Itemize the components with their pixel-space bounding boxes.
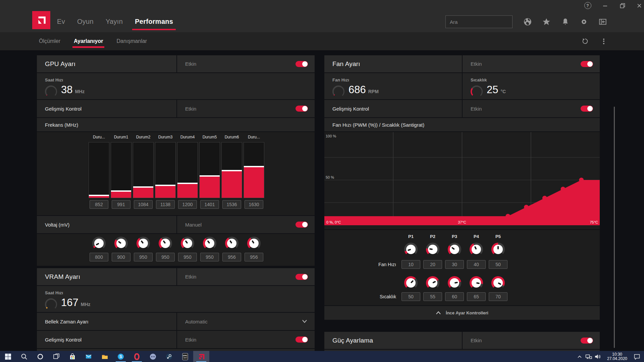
subnav-tab-danışmanlar[interactable]: Danışmanlar <box>116 32 147 50</box>
action-center-button[interactable] <box>632 351 641 362</box>
gpu-state-bar[interactable] <box>133 142 154 198</box>
favorites-button[interactable] <box>541 17 551 27</box>
gpu-state-bar[interactable] <box>244 142 264 198</box>
gpu-state-bar[interactable] <box>199 142 220 198</box>
gpu-state-mhz-field[interactable]: 852 <box>90 200 108 209</box>
more-options-button[interactable] <box>598 32 610 50</box>
taskbar-discord-button[interactable] <box>145 351 161 362</box>
gpu-state-mhz-field[interactable]: 1084 <box>134 200 153 209</box>
taskbar-cortana-button[interactable] <box>32 351 48 362</box>
gpu-state-mhz-field[interactable]: 1630 <box>245 200 263 209</box>
voltage-value-field[interactable]: 956 <box>222 253 241 261</box>
search-box[interactable] <box>445 15 513 28</box>
fan-curve-point[interactable] <box>542 196 547 200</box>
voltage-value-field[interactable]: 950 <box>178 253 197 261</box>
vram-advanced-toggle[interactable] <box>296 337 308 343</box>
search-input[interactable] <box>446 19 519 25</box>
fan-curve-point[interactable] <box>579 178 584 182</box>
voltage-knob[interactable] <box>203 237 216 250</box>
subnav-tab-ölçümler[interactable]: Ölçümler <box>39 32 60 50</box>
gpu-state-bar[interactable] <box>155 142 176 198</box>
fan-curve-chart[interactable]: 100 %50 %0 %, 0°C37°C75°C <box>324 132 600 229</box>
voltage-value-field[interactable]: 950 <box>134 253 153 261</box>
reset-to-defaults-button[interactable] <box>579 32 591 50</box>
taskbar-steam-button[interactable] <box>161 351 177 362</box>
taskbar-start-button[interactable] <box>0 351 16 362</box>
fan-enabled-toggle[interactable] <box>581 61 593 67</box>
temperature-field[interactable]: 55 <box>423 292 442 301</box>
voltage-value-field[interactable]: 800 <box>90 253 108 261</box>
taskbar-opera-button[interactable] <box>129 351 145 362</box>
fan-speed-knob[interactable] <box>470 243 483 256</box>
fan-speed-field[interactable]: 10 <box>401 260 420 269</box>
vram-enabled-toggle[interactable] <box>296 274 308 280</box>
voltage-value-field[interactable]: 900 <box>112 253 130 261</box>
fine-tuning-collapse-row[interactable]: İnce Ayar Kontrolleri <box>324 306 600 320</box>
voltage-knob[interactable] <box>247 237 261 250</box>
vram-timing-dropdown[interactable]: Automatic <box>177 313 315 330</box>
gpu-state-mhz-field[interactable]: 1200 <box>178 200 197 209</box>
fan-speed-field[interactable]: 30 <box>445 260 464 269</box>
web-browser-button[interactable] <box>523 17 533 27</box>
fan-advanced-toggle[interactable] <box>581 106 593 112</box>
fan-speed-field[interactable]: 20 <box>423 260 442 269</box>
collapse-panel-button[interactable] <box>598 17 608 27</box>
gpu-state-bar[interactable] <box>89 142 109 198</box>
temperature-field[interactable]: 60 <box>445 292 464 301</box>
temperature-knob[interactable] <box>448 276 461 290</box>
hidden-icons-button[interactable] <box>575 351 584 362</box>
temperature-knob[interactable] <box>426 276 439 290</box>
help-button[interactable]: ? <box>581 0 594 11</box>
fan-curve-point[interactable] <box>561 187 566 191</box>
subnav-tab-ayarlanıyor[interactable]: Ayarlanıyor <box>74 32 103 50</box>
close-button[interactable] <box>633 0 644 11</box>
taskbar-radeon-software-button[interactable] <box>193 351 209 362</box>
voltage-value-field[interactable]: 956 <box>245 253 263 261</box>
nav-tab-ev[interactable]: Ev <box>57 11 65 32</box>
temperature-knob[interactable] <box>404 276 418 290</box>
taskbar-mail-button[interactable] <box>80 351 97 362</box>
voltage-value-field[interactable]: 950 <box>156 253 175 261</box>
taskbar-skype-button[interactable]: S <box>113 351 129 362</box>
voltage-knob[interactable] <box>92 237 106 250</box>
taskbar-search-button[interactable] <box>16 351 32 362</box>
gpu-enabled-toggle[interactable] <box>296 61 308 67</box>
nav-tab-yayın[interactable]: Yayın <box>106 11 123 32</box>
settings-button[interactable] <box>579 17 589 27</box>
taskbar-explorer-button[interactable] <box>97 351 113 362</box>
gpu-state-mhz-field[interactable]: 1536 <box>222 200 241 209</box>
fan-speed-field[interactable]: 50 <box>489 260 507 269</box>
nav-tab-oyun[interactable]: Oyun <box>77 11 94 32</box>
notifications-button[interactable] <box>560 17 570 27</box>
voltage-value-field[interactable]: 950 <box>200 253 219 261</box>
voltage-knob[interactable] <box>137 237 150 250</box>
restore-button[interactable] <box>616 0 629 11</box>
taskbar-task-view-button[interactable] <box>48 351 64 362</box>
gpu-state-bar[interactable] <box>221 142 242 198</box>
temperature-knob[interactable] <box>491 276 505 290</box>
fan-speed-knob[interactable] <box>404 243 418 256</box>
amd-logo[interactable] <box>32 11 50 29</box>
fan-curve-point[interactable] <box>524 205 529 209</box>
nav-tab-performans[interactable]: Performans <box>135 11 173 32</box>
network-tray-button[interactable] <box>584 351 593 362</box>
volume-tray-button[interactable] <box>593 351 602 362</box>
gpu-state-mhz-field[interactable]: 1401 <box>200 200 219 209</box>
voltage-knob[interactable] <box>114 237 128 250</box>
taskbar-store-button[interactable] <box>64 351 80 362</box>
temperature-field[interactable]: 65 <box>467 292 486 301</box>
taskbar-clock[interactable]: 10:30 27.04.2020 <box>604 352 630 361</box>
gpu-advanced-toggle[interactable] <box>296 106 308 112</box>
voltage-knob[interactable] <box>225 237 238 250</box>
temperature-field[interactable]: 70 <box>489 292 507 301</box>
gpu-state-bar[interactable] <box>111 142 131 198</box>
gpu-state-mhz-field[interactable]: 1138 <box>156 200 175 209</box>
vertical-scrollbar[interactable] <box>614 107 615 348</box>
fan-speed-knob[interactable] <box>448 243 461 256</box>
gpu-state-bar[interactable] <box>177 142 198 198</box>
power-enabled-toggle[interactable] <box>581 338 593 344</box>
taskbar-epic-games-button[interactable]: EPICGAMES <box>177 351 193 362</box>
gpu-voltage-toggle[interactable] <box>296 222 308 228</box>
temperature-field[interactable]: 50 <box>401 292 420 301</box>
fan-speed-knob[interactable] <box>491 243 505 256</box>
